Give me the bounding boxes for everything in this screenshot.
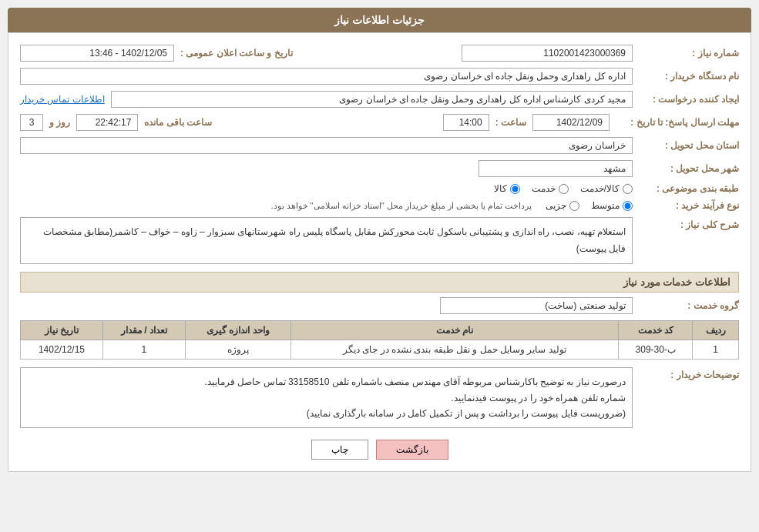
deadline-date: 1402/12/09 <box>532 114 610 131</box>
category-row: طبقه بندی موضوعی : کالا/خدمت خدمت کالا <box>20 183 739 194</box>
service-group-label: گروه خدمت : <box>639 300 739 311</box>
deadline-label: مهلت ارسال پاسخ: تا تاریخ : <box>616 117 739 128</box>
main-content: شماره نیاز : 1102001423000369 تاریخ و سا… <box>8 32 751 472</box>
process-label: نوع فرآیند خرید : <box>639 200 739 211</box>
button-row: بازگشت چاپ <box>20 440 739 460</box>
need-description-label: شرح کلی نیاز : <box>639 219 739 230</box>
service-group-row: گروه خدمت : تولید صنعتی (ساخت) <box>20 297 739 314</box>
creator-label: ایجاد کننده درخواست : <box>639 94 739 105</box>
deadline-days: 3 <box>20 114 43 131</box>
table-row: 1 ب-30-309 تولید سایر وسایل حمل و نقل طب… <box>21 340 739 360</box>
buyer-notes-label: توضیحات خریدار : <box>639 370 739 380</box>
process-radio-group: متوسط جزیی <box>546 200 633 211</box>
service-group-value: تولید صنعتی (ساخت) <box>440 297 633 314</box>
col-row-num: ردیف <box>693 321 739 340</box>
category-option-kala-khedmat[interactable]: کالا/خدمت <box>580 183 633 194</box>
cell-row-num: 1 <box>693 340 739 360</box>
city-row: شهر محل تحویل : مشهد <box>20 160 739 177</box>
deadline-time: 14:00 <box>443 114 489 131</box>
cell-unit: پروژه <box>185 340 291 360</box>
category-option-kala[interactable]: کالا <box>494 183 520 194</box>
need-number-value: 1102001423000369 <box>462 45 633 62</box>
city-label: شهر محل تحویل : <box>639 163 739 174</box>
deadline-days-label: روز و <box>49 117 70 128</box>
cell-service-code: ب-30-309 <box>619 340 693 360</box>
deadline-remaining: 22:42:17 <box>76 114 138 131</box>
process-row: نوع فرآیند خرید : متوسط جزیی پرداخت تمام… <box>20 200 739 211</box>
deadline-time-label: ساعت : <box>495 117 526 128</box>
print-button[interactable]: چاپ <box>311 440 368 460</box>
need-number-label: شماره نیاز : <box>639 48 739 59</box>
province-row: استان محل تحویل : خراسان رضوی <box>20 137 739 154</box>
col-service-code: کد خدمت <box>619 321 693 340</box>
category-option-kala-label: کالا <box>494 183 507 194</box>
col-quantity: تعداد / مقدار <box>102 321 185 340</box>
process-option-motavaset[interactable]: متوسط <box>591 200 633 211</box>
buyer-org-value: اداره کل راهداری وحمل ونقل جاده ای خراسا… <box>20 68 633 85</box>
col-service-name: نام خدمت <box>291 321 618 340</box>
province-value: خراسان رضوی <box>20 137 633 154</box>
need-description-row: شرح کلی نیاز : استعلام تهیه، نصب، راه ان… <box>20 217 739 264</box>
province-label: استان محل تحویل : <box>639 140 739 151</box>
need-number-row: شماره نیاز : 1102001423000369 تاریخ و سا… <box>20 45 739 62</box>
page-wrapper: جزئیات اطلاعات نیاز شماره نیاز : 1102001… <box>0 0 759 480</box>
cell-service-name: تولید سایر وسایل حمل و نقل طبقه بندی نشد… <box>291 340 618 360</box>
category-option-khedmat-label: خدمت <box>532 183 556 194</box>
creator-row: ایجاد کننده درخواست : مجید کردی کارشناس … <box>20 91 739 108</box>
back-button[interactable]: بازگشت <box>376 440 448 460</box>
process-option-jozi-label: جزیی <box>546 200 566 211</box>
creator-value: مجید کردی کارشناس اداره کل راهداری وحمل … <box>111 91 633 108</box>
city-value: مشهد <box>479 160 633 177</box>
buyer-org-row: نام دستگاه خریدار : اداره کل راهداری وحم… <box>20 68 739 85</box>
need-description-value: استعلام تهیه، نصب، راه اندازی و پشتیبانی… <box>20 217 633 264</box>
category-option-kala-khedmat-label: کالا/خدمت <box>580 183 620 194</box>
buyer-notes-value: درصورت نیاز به توضیح باکارشناس مربوطه آق… <box>20 367 633 428</box>
page-header: جزئیات اطلاعات نیاز <box>8 8 751 32</box>
buyer-notes-row: توضیحات خریدار : درصورت نیاز به توضیح با… <box>20 367 739 428</box>
process-note: پرداخت تمام یا بخشی از مبلغ خریدار محل "… <box>270 201 532 211</box>
deadline-remaining-label: ساعت باقی مانده <box>144 117 212 128</box>
cell-quantity: 1 <box>102 340 185 360</box>
category-radio-group: کالا/خدمت خدمت کالا <box>494 183 633 194</box>
announce-label: تاریخ و ساعت اعلان عمومی : <box>180 48 293 59</box>
cell-date: 1402/12/15 <box>21 340 103 360</box>
process-option-jozi[interactable]: جزیی <box>546 200 579 211</box>
announce-value: 1402/12/05 - 13:46 <box>20 45 174 62</box>
category-label: طبقه بندی موضوعی : <box>639 183 739 194</box>
process-option-motavaset-label: متوسط <box>591 200 620 211</box>
category-option-khedmat[interactable]: خدمت <box>532 183 569 194</box>
col-unit: واحد اندازه گیری <box>185 321 291 340</box>
contact-info-link[interactable]: اطلاعات تماس خریدار <box>20 94 105 105</box>
col-date: تاریخ نیاز <box>21 321 103 340</box>
header-title: جزئیات اطلاعات نیاز <box>334 14 425 26</box>
deadline-row: مهلت ارسال پاسخ: تا تاریخ : 1402/12/09 س… <box>20 114 739 131</box>
service-info-header: اطلاعات خدمات مورد نیاز <box>20 272 739 293</box>
services-table: ردیف کد خدمت نام خدمت واحد اندازه گیری ت… <box>20 320 739 360</box>
buyer-org-label: نام دستگاه خریدار : <box>639 71 739 82</box>
